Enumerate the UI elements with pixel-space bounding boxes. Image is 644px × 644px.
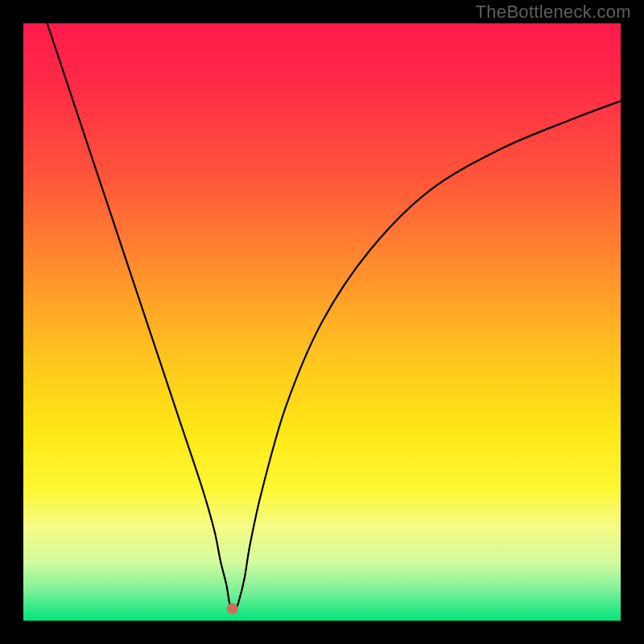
plot-area — [23, 23, 621, 621]
chart-frame: TheBottleneck.com — [0, 0, 644, 644]
watermark-text: TheBottleneck.com — [476, 2, 631, 23]
plot-svg — [23, 23, 621, 621]
optimal-point-marker — [227, 603, 238, 614]
